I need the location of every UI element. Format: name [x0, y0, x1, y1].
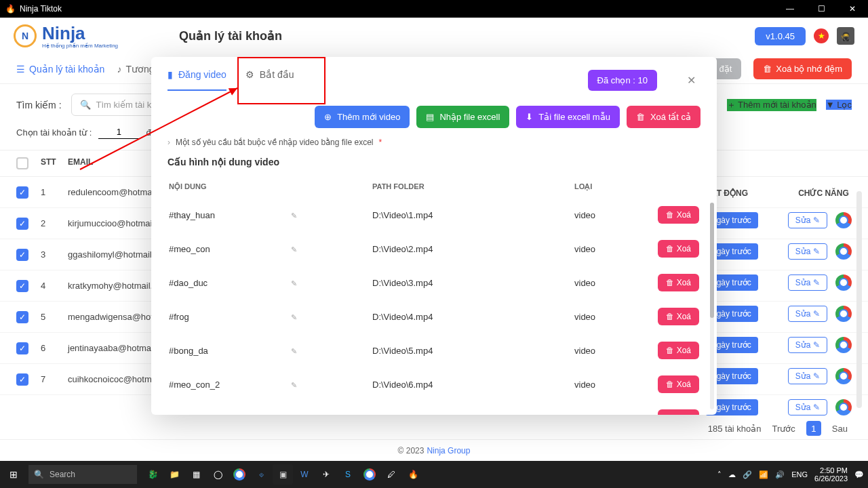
footer-brand-link[interactable]: Ninja Group: [427, 446, 470, 455]
edit-button[interactable]: Sửa ✎: [788, 306, 827, 322]
taskbar-app[interactable]: [229, 464, 250, 485]
delete-row-button[interactable]: 🗑 Xoá: [658, 206, 699, 224]
video-content[interactable]: #dao_duc: [169, 278, 271, 288]
page-number[interactable]: 1: [806, 421, 821, 436]
taskbar-app[interactable]: 🖊: [381, 464, 401, 485]
selected-count-chip: Đã chọn : 10: [588, 70, 658, 91]
edit-button[interactable]: Sửa ✎: [788, 243, 827, 260]
video-content[interactable]: #meo_con_2: [169, 380, 271, 390]
video-content[interactable]: #meo_con: [169, 244, 271, 254]
requirements-note[interactable]: › Một số yêu cầu bắt buộc về nhập video …: [151, 134, 717, 151]
app-icon: 🔥: [5, 4, 16, 14]
range-from[interactable]: [98, 125, 139, 139]
modal-scrollbar[interactable]: [710, 203, 714, 409]
tray-icon[interactable]: 🔗: [743, 470, 752, 479]
taskbar-app[interactable]: 📁: [164, 464, 184, 485]
edit-icon[interactable]: ✎: [291, 347, 297, 355]
taskbar-app[interactable]: ▦: [186, 464, 206, 485]
filter-button[interactable]: ▼ Lọc: [826, 100, 852, 110]
tray-wifi-icon[interactable]: 📶: [759, 470, 768, 479]
video-content[interactable]: #funny: [169, 413, 271, 415]
taskbar-app[interactable]: 🔥: [403, 464, 423, 485]
avatar[interactable]: 🥷: [837, 27, 854, 45]
clear-cache-button[interactable]: 🗑 Xoá bộ nhớ đệm: [753, 58, 852, 79]
minimize-button[interactable]: —: [774, 0, 806, 18]
edit-icon[interactable]: ✎: [291, 381, 297, 389]
pagination: 185 tài khoản Trước 1 Sau: [708, 421, 848, 436]
edit-icon[interactable]: ✎: [291, 415, 297, 415]
logo: N Ninja Hệ thống phần mềm Marketing: [14, 23, 118, 49]
row-checkbox[interactable]: ✓: [16, 249, 28, 261]
page-scrollbar[interactable]: [856, 191, 862, 408]
chrome-icon[interactable]: [835, 337, 852, 353]
add-video-button[interactable]: ⊕Thêm mới video: [315, 106, 410, 128]
sliders-icon: ⚙: [245, 69, 254, 80]
close-button[interactable]: ✕: [837, 0, 868, 18]
delete-all-button[interactable]: 🗑Xoá tất cả: [627, 106, 701, 128]
sample-excel-button[interactable]: ⬇Tải file excell mẫu: [516, 106, 620, 128]
tray-notifications-icon[interactable]: 💬: [854, 470, 864, 479]
tray-chevron[interactable]: ˄: [717, 470, 722, 479]
modal-tab-upload[interactable]: ▮ Đăng video: [167, 69, 226, 91]
chrome-icon[interactable]: [835, 243, 852, 260]
edit-button[interactable]: Sửa ✎: [788, 337, 827, 353]
edit-icon[interactable]: ✎: [291, 279, 297, 287]
total-count: 185 tài khoản: [708, 424, 762, 434]
taskbar-app[interactable]: ✈: [316, 464, 336, 485]
window-titlebar: 🔥 Ninja Tiktok — ☐ ✕: [0, 0, 868, 18]
chrome-icon[interactable]: [835, 368, 852, 384]
edit-button[interactable]: Sửa ✎: [788, 368, 827, 384]
delete-row-button[interactable]: 🗑 Xoá: [658, 240, 699, 258]
add-account-button[interactable]: ＋ Thêm mới tài khoản: [727, 99, 816, 111]
taskbar-app[interactable]: [359, 464, 380, 485]
prev-page[interactable]: Trước: [772, 424, 795, 434]
edit-button[interactable]: Sửa ✎: [788, 274, 827, 291]
import-excel-button[interactable]: ▤Nhập file excell: [416, 106, 509, 128]
row-checkbox[interactable]: ✓: [16, 311, 28, 323]
maximize-button[interactable]: ☐: [806, 0, 837, 18]
language-flag[interactable]: ★: [814, 28, 829, 43]
next-page[interactable]: Sau: [832, 424, 848, 434]
taskbar-app[interactable]: 🐉: [142, 464, 163, 485]
delete-row-button[interactable]: 🗑 Xoá: [658, 409, 699, 415]
taskbar-app[interactable]: ◯: [208, 464, 228, 485]
chrome-icon[interactable]: [835, 274, 852, 291]
edit-icon[interactable]: ✎: [291, 211, 297, 220]
video-content[interactable]: #bong_da: [169, 346, 271, 356]
delete-row-button[interactable]: 🗑 Xoá: [658, 308, 699, 325]
edit-icon[interactable]: ✎: [291, 245, 297, 253]
edit-button[interactable]: Sửa ✎: [788, 212, 827, 228]
tray-lang[interactable]: ENG: [791, 470, 808, 479]
tray-volume-icon[interactable]: 🔊: [775, 470, 785, 479]
taskbar-app[interactable]: W: [294, 464, 315, 485]
select-all-checkbox[interactable]: [16, 157, 28, 169]
delete-row-button[interactable]: 🗑 Xoá: [658, 375, 699, 393]
row-checkbox[interactable]: ✓: [16, 186, 28, 199]
tray-cloud-icon[interactable]: ☁: [728, 470, 736, 479]
taskbar-app[interactable]: S: [338, 464, 358, 485]
chrome-icon[interactable]: [835, 212, 852, 228]
edit-icon[interactable]: ✎: [291, 313, 297, 321]
trash-icon: 🗑: [636, 112, 645, 122]
search-label: Tìm kiếm :: [16, 100, 62, 110]
chrome-icon[interactable]: [835, 306, 852, 322]
taskbar-app[interactable]: ▣: [273, 464, 293, 485]
delete-row-button[interactable]: 🗑 Xoá: [658, 274, 699, 291]
row-checkbox[interactable]: ✓: [16, 342, 28, 354]
edit-button[interactable]: Sửa ✎: [788, 399, 827, 415]
video-row: #meo_con_2✎ D:\Video\6.mp4 video 🗑 Xoá: [151, 367, 717, 401]
row-checkbox[interactable]: ✓: [16, 218, 28, 230]
start-button[interactable]: ⊞: [0, 469, 27, 480]
taskbar-search[interactable]: 🔍 Search: [28, 465, 137, 484]
delete-row-button[interactable]: 🗑 Xoá: [658, 342, 699, 359]
chrome-icon[interactable]: [835, 399, 852, 415]
video-content[interactable]: #frog: [169, 312, 271, 322]
row-checkbox[interactable]: ✓: [16, 373, 28, 386]
modal-tab-start[interactable]: ⚙ Bắt đầu: [245, 69, 294, 91]
row-checkbox[interactable]: ✓: [16, 280, 28, 292]
video-content[interactable]: #thay_huan: [169, 210, 271, 220]
taskbar-app[interactable]: ⟐: [251, 464, 271, 485]
tab-accounts[interactable]: ☰ Quản lý tài khoản: [16, 64, 104, 75]
modal-close-button[interactable]: ✕: [682, 70, 701, 89]
version-button[interactable]: v1.0.45: [755, 27, 806, 45]
